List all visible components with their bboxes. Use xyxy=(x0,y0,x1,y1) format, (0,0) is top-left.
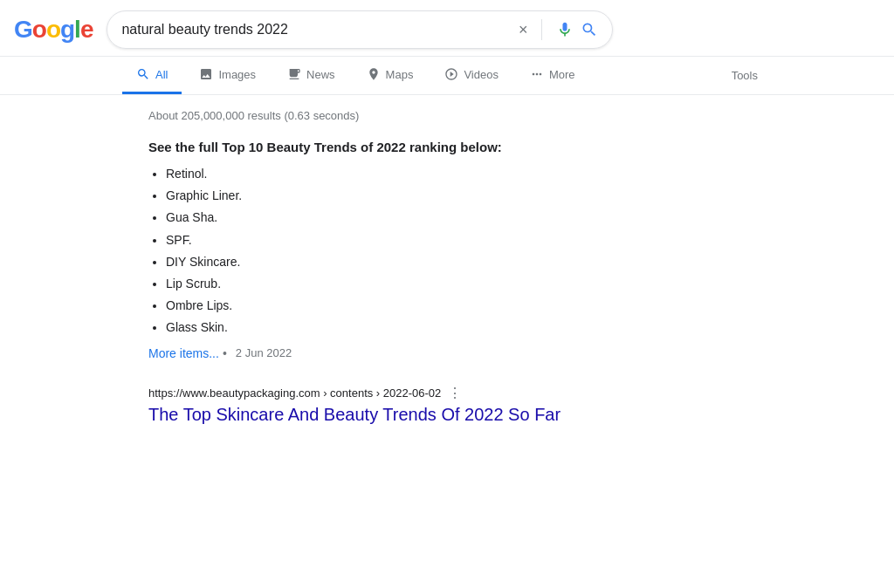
tab-more-label: More xyxy=(549,68,575,81)
results-area: About 205,000,000 results (0.63 seconds)… xyxy=(0,95,894,443)
google-logo[interactable]: Google xyxy=(14,16,93,44)
nav-tabs: All Images News Maps Videos More Tools xyxy=(0,57,894,95)
search-input[interactable] xyxy=(121,22,511,38)
logo-letter-e: e xyxy=(80,16,93,43)
tab-maps-label: Maps xyxy=(386,68,414,81)
logo-letter-g: G xyxy=(14,16,32,43)
search-icon xyxy=(136,67,150,81)
list-item: Graphic Liner. xyxy=(166,185,716,207)
logo-letter-g2: g xyxy=(60,16,74,43)
tab-maps[interactable]: Maps xyxy=(353,57,428,94)
result-url-row: https://www.beautypackaging.com › conten… xyxy=(148,385,716,401)
tab-images[interactable]: Images xyxy=(185,57,270,94)
search-result-1: https://www.beautypackaging.com › conten… xyxy=(148,374,716,426)
tab-more[interactable]: More xyxy=(516,57,589,94)
snippet-date: 2 Jun 2022 xyxy=(236,346,292,359)
voice-icon[interactable] xyxy=(556,21,574,38)
list-item: Lip Scrub. xyxy=(166,273,716,295)
more-dots-icon xyxy=(530,67,544,81)
tab-videos-label: Videos xyxy=(464,68,499,81)
tab-all[interactable]: All xyxy=(122,57,182,94)
header: Google × xyxy=(0,0,894,57)
tab-all-label: All xyxy=(155,68,168,81)
list-item: SPF. xyxy=(166,229,716,251)
image-icon xyxy=(199,67,213,81)
snippet-list: Retinol. Graphic Liner. Gua Sha. SPF. DI… xyxy=(148,163,716,339)
search-button-icon[interactable] xyxy=(581,21,598,38)
featured-snippet: See the full Top 10 Beauty Trends of 202… xyxy=(148,136,716,374)
list-item: Ombre Lips. xyxy=(166,295,716,317)
tab-images-label: Images xyxy=(218,68,256,81)
list-item: Glass Skin. xyxy=(166,317,716,338)
logo-letter-o2: o xyxy=(46,16,60,43)
logo-letter-l: l xyxy=(74,16,80,43)
search-divider xyxy=(541,19,542,40)
result-menu-icon[interactable]: ⋮ xyxy=(448,385,462,401)
tools-button[interactable]: Tools xyxy=(718,58,772,92)
tab-videos[interactable]: Videos xyxy=(430,57,512,94)
snippet-bullet: • xyxy=(223,346,227,360)
more-items-link[interactable]: More items... xyxy=(148,346,219,360)
result-url: https://www.beautypackaging.com › conten… xyxy=(148,386,441,400)
news-icon xyxy=(287,67,301,81)
list-item: Retinol. xyxy=(166,163,716,185)
snippet-footer: More items... • 2 Jun 2022 xyxy=(148,346,716,360)
result-title[interactable]: The Top Skincare And Beauty Trends Of 20… xyxy=(148,405,560,424)
maps-icon xyxy=(367,67,381,81)
list-item: DIY Skincare. xyxy=(166,251,716,273)
search-box[interactable]: × xyxy=(107,10,613,49)
snippet-heading: See the full Top 10 Beauty Trends of 202… xyxy=(148,140,716,154)
logo-letter-o1: o xyxy=(32,16,46,43)
tab-news[interactable]: News xyxy=(273,57,349,94)
list-item: Gua Sha. xyxy=(166,207,716,229)
results-stats: About 205,000,000 results (0.63 seconds) xyxy=(148,106,746,136)
tab-news-label: News xyxy=(306,68,335,81)
video-icon xyxy=(444,67,458,81)
clear-icon[interactable]: × xyxy=(519,21,528,39)
